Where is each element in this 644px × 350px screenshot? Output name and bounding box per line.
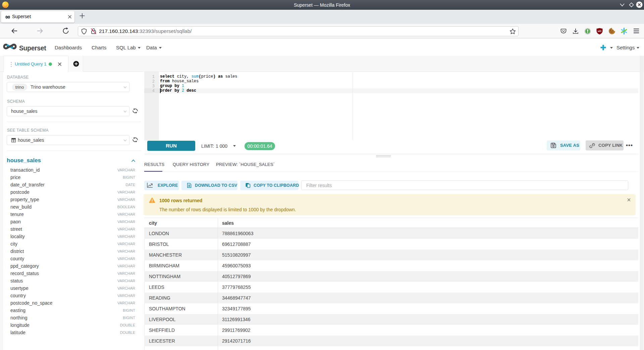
svg-text:uO: uO bbox=[598, 30, 601, 33]
